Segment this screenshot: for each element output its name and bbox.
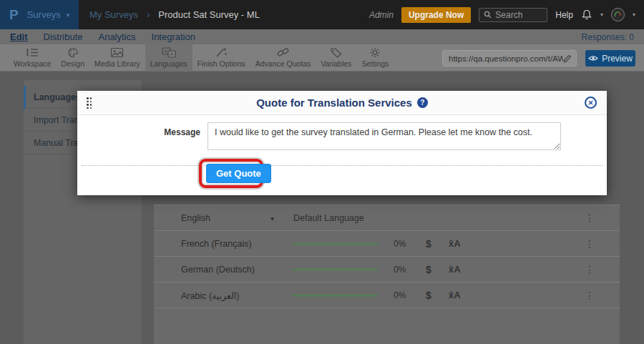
search-box[interactable] <box>479 8 547 22</box>
progress-percent: 0% <box>394 290 406 300</box>
help-link[interactable]: Help <box>555 10 573 20</box>
row-menu-kebab-icon[interactable]: ⋮ <box>585 290 595 301</box>
toolbar-item-media-library[interactable]: Media Library <box>89 44 145 72</box>
toolbar-item-design[interactable]: Design <box>56 44 89 72</box>
toolbar-label: Languages <box>150 59 187 68</box>
toolbar-item-settings[interactable]: Settings <box>356 44 394 72</box>
admin-label: Admin <box>369 10 394 20</box>
drag-handle-icon[interactable] <box>87 97 93 109</box>
section-tabs: Edit Distribute Analytics Integration Re… <box>0 29 644 44</box>
edit-pencil-icon[interactable] <box>563 54 572 63</box>
top-navbar: P Surveys ▾ My Surveys › Product Sat Sur… <box>0 0 644 29</box>
get-quote-button[interactable]: Get Quote <box>206 164 271 183</box>
quote-translation-modal: Quote for Translation Services ? ✕ Messa… <box>77 91 607 195</box>
workspace-list-icon <box>25 47 39 58</box>
modal-header: Quote for Translation Services ? ✕ <box>77 91 607 115</box>
toolbar-label: Settings <box>361 59 389 68</box>
questionpro-logo-icon: P <box>9 8 19 21</box>
tag-icon <box>330 47 342 58</box>
row-menu-kebab-icon[interactable]: ⋮ <box>585 212 595 224</box>
search-icon <box>484 11 492 19</box>
edit-toolbar: Workspace Design Media Library xA Langua… <box>0 44 644 72</box>
survey-url-field[interactable]: https://qa.questionpro.com/t/AW <box>442 50 577 67</box>
notifications-bell-icon[interactable] <box>581 9 592 21</box>
tab-integration[interactable]: Integration <box>152 31 195 42</box>
toolbar-item-advance-quotas[interactable]: Advance Quotas <box>250 44 316 72</box>
languages-table: English ▾ Default Language ⋮ French (Fra… <box>154 205 620 344</box>
toolbar-label: Workspace <box>14 59 51 68</box>
preview-label: Preview <box>602 54 633 64</box>
help-icon[interactable]: ? <box>417 97 428 108</box>
translate-icon[interactable]: x̄A <box>449 239 461 249</box>
product-label: Surveys <box>27 9 61 20</box>
toolbar-label: Variables <box>321 59 351 68</box>
translation-progress-bar <box>292 294 378 296</box>
language-name: French (Français) <box>181 239 252 249</box>
preview-button[interactable]: Preview <box>585 50 635 67</box>
tab-distribute[interactable]: Distribute <box>44 31 83 42</box>
message-textarea[interactable]: I would like to get the survey translate… <box>208 122 561 150</box>
translation-progress-bar <box>292 242 378 245</box>
progress-percent: 0% <box>394 265 406 275</box>
quote-dollar-icon[interactable]: $ <box>426 238 431 250</box>
account-dropdown-caret-icon[interactable]: ▾ <box>633 11 635 18</box>
gear-icon <box>369 47 381 58</box>
quote-dollar-icon[interactable]: $ <box>426 264 431 275</box>
bell-dropdown-caret-icon[interactable]: ▾ <box>600 11 603 18</box>
breadcrumb-chevron-icon: › <box>147 9 150 20</box>
languages-translate-icon: xA <box>162 47 176 58</box>
toolbar-item-workspace[interactable]: Workspace <box>9 44 56 72</box>
language-select-caret-icon[interactable]: ▾ <box>270 214 274 222</box>
account-avatar[interactable] <box>611 8 625 21</box>
translation-progress-bar <box>292 268 378 270</box>
language-name: English <box>181 213 210 223</box>
breadcrumb-my-surveys[interactable]: My Surveys <box>89 9 138 20</box>
language-row-french: French (Français) 0% $ x̄A ⋮ <box>154 231 620 257</box>
toolbar-item-variables[interactable]: Variables <box>316 44 356 72</box>
product-switcher[interactable]: P Surveys ▾ <box>0 0 79 29</box>
survey-url-text: https://qa.questionpro.com/t/AW <box>449 54 563 63</box>
toolbar-label: Advance Quotas <box>255 59 311 68</box>
breadcrumb: My Surveys › Product Sat Survey - ML <box>89 0 260 29</box>
modal-footer-divider <box>82 165 602 166</box>
language-name: German (Deutsch) <box>181 265 255 275</box>
search-input[interactable] <box>495 10 541 20</box>
language-row-german: German (Deutsch) 0% $ x̄A ⋮ <box>154 257 620 282</box>
toolbar-label: Media Library <box>94 59 140 68</box>
modal-title: Quote for Translation Services <box>256 97 412 109</box>
toolbar-item-languages[interactable]: xA Languages <box>145 44 192 72</box>
quote-dollar-icon[interactable]: $ <box>426 290 431 301</box>
toolbar-label: Finish Options <box>197 59 245 68</box>
translate-icon[interactable]: x̄A <box>449 290 461 300</box>
responses-count: Responses: 0 <box>582 32 634 42</box>
message-label: Message <box>77 127 200 137</box>
toolbar-item-finish-options[interactable]: Finish Options <box>192 44 250 72</box>
language-row-arabic: Arabic (العربية) 0% $ x̄A ⋮ <box>154 282 620 308</box>
language-row-english: English ▾ Default Language ⋮ <box>154 205 620 231</box>
design-palette-icon <box>67 47 79 58</box>
usage-gauge-icon <box>613 10 623 19</box>
magic-wand-icon <box>215 47 228 58</box>
eye-icon <box>588 55 598 62</box>
progress-percent: 0% <box>394 239 406 249</box>
close-icon[interactable]: ✕ <box>585 97 597 109</box>
app: P Surveys ▾ My Surveys › Product Sat Sur… <box>0 0 644 344</box>
default-language-label: Default Language <box>293 213 364 223</box>
tab-analytics[interactable]: Analytics <box>98 31 135 42</box>
upgrade-now-button[interactable]: Upgrade Now <box>401 7 471 23</box>
media-image-icon <box>110 47 124 58</box>
survey-title: Product Sat Survey - ML <box>158 9 260 20</box>
row-menu-kebab-icon[interactable]: ⋮ <box>585 238 595 250</box>
toolbar-label: Design <box>61 59 84 68</box>
translate-icon[interactable]: x̄A <box>449 265 461 275</box>
toolbar-items: Workspace Design Media Library xA Langua… <box>9 44 394 72</box>
navbar-right-cluster: Admin Upgrade Now Help ▾ ▾ <box>369 0 635 29</box>
tab-edit[interactable]: Edit <box>10 31 28 42</box>
svg-text:A: A <box>170 51 173 56</box>
row-menu-kebab-icon[interactable]: ⋮ <box>585 264 595 275</box>
language-name: Arabic (العربية) <box>181 290 239 300</box>
chain-links-icon <box>276 47 290 58</box>
chevron-down-icon: ▾ <box>67 11 70 19</box>
svg-text:x: x <box>165 49 167 54</box>
